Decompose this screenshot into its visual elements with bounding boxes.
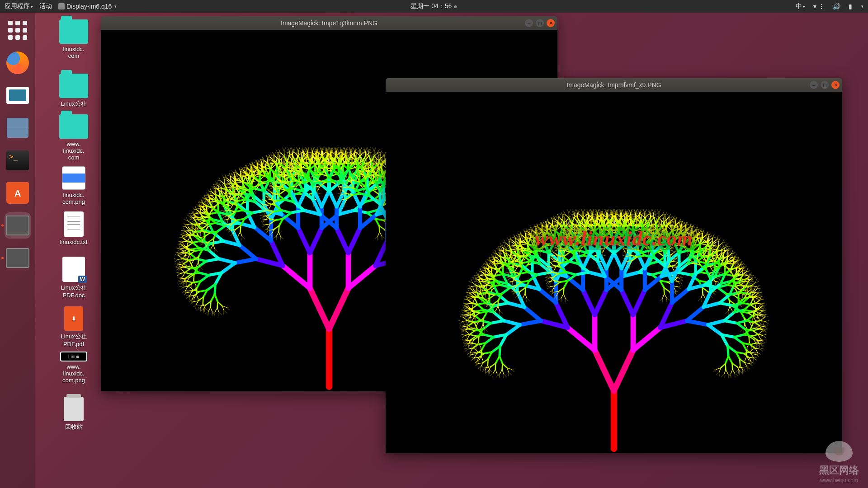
svg-line-4441 <box>472 282 476 286</box>
show-applications-button[interactable] <box>5 17 31 43</box>
svg-line-19 <box>219 312 219 316</box>
software-center-launcher[interactable] <box>5 180 31 206</box>
desktop-icon-folder-1[interactable]: Linux公社 <box>49 74 99 108</box>
svg-line-4115 <box>500 370 502 374</box>
svg-line-7471 <box>703 235 706 239</box>
svg-line-34 <box>201 309 204 311</box>
svg-line-1061 <box>243 210 253 213</box>
desktop[interactable]: ImageMagick: tmpe1q3knnm.PNG – ◻ ✕ Image… <box>35 13 868 488</box>
svg-line-8157 <box>738 370 739 373</box>
svg-line-5463 <box>564 211 566 215</box>
svg-line-8000 <box>724 321 737 323</box>
svg-line-4369 <box>473 326 476 328</box>
svg-line-1339 <box>274 152 276 156</box>
svg-line-4097 <box>567 328 594 350</box>
svg-line-8107 <box>760 348 764 349</box>
svg-line-4714 <box>489 257 493 258</box>
close-button[interactable]: ✕ <box>831 81 840 89</box>
files-launcher[interactable] <box>5 115 31 141</box>
svg-line-173 <box>175 264 179 265</box>
svg-line-2074 <box>265 228 268 230</box>
svg-line-29 <box>208 312 208 315</box>
minimize-button[interactable]: – <box>525 19 533 27</box>
battery-icon[interactable]: ▮ <box>849 3 852 10</box>
svg-line-4522 <box>484 264 487 265</box>
desktop-icon-linuxbadge-7[interactable]: Linuxwww. linuxidc. com.png <box>49 352 99 384</box>
svg-line-6108 <box>679 278 683 281</box>
svg-line-11 <box>227 307 231 307</box>
svg-line-4442 <box>469 282 472 282</box>
desktop-icon-png-linuxco-3[interactable]: linuxidc. com.png <box>49 166 99 205</box>
svg-line-2046 <box>377 236 378 240</box>
clock[interactable]: 星期一 04：56● <box>410 2 458 10</box>
svg-line-6142 <box>660 298 662 301</box>
svg-line-332 <box>183 236 186 239</box>
desktop-icon-doc-5[interactable]: Linux公社 PDF.doc <box>49 257 99 299</box>
svg-line-2766 <box>382 152 384 156</box>
desktop-icon-trash-8[interactable]: 回收站 <box>49 397 99 431</box>
desktop-icon-pdf-6[interactable]: ⬇Linux公社 PDF.pdf <box>49 306 99 347</box>
imagemagick-window-2[interactable]: ImageMagick: tmpmfvmf_x9.PNG – ◻ ✕ www.l… <box>386 78 842 453</box>
image-viewer-launcher-1[interactable] <box>5 212 31 239</box>
maximize-button[interactable]: ◻ <box>821 81 829 89</box>
terminal-launcher[interactable]: >_ <box>5 147 31 174</box>
svg-line-5152 <box>507 281 511 282</box>
svg-line-8172 <box>731 369 732 374</box>
svg-line-2050 <box>337 228 349 253</box>
desktop-icon-folder-0[interactable]: linuxidc. com <box>49 19 99 59</box>
svg-line-5631 <box>625 252 626 256</box>
network-icon[interactable]: ▾ ⋮ <box>813 3 825 10</box>
svg-line-4763 <box>495 250 497 254</box>
svg-line-4145 <box>478 367 481 369</box>
svg-line-5478 <box>570 214 574 215</box>
volume-icon[interactable]: 🔊 <box>833 3 840 10</box>
svg-line-7131 <box>718 277 722 278</box>
close-button[interactable]: ✕ <box>547 19 555 27</box>
desktop-icon-txt-4[interactable]: linuxidc.txt <box>49 211 99 245</box>
system-menu-caret[interactable]: ▾ <box>861 4 863 9</box>
svg-line-5121 <box>583 290 595 315</box>
svg-line-2144 <box>270 183 272 186</box>
icon-label: www. linuxidc. com.png <box>49 363 99 384</box>
svg-line-4255 <box>461 330 464 332</box>
image-viewer-launcher-2[interactable] <box>5 245 31 271</box>
svg-line-524 <box>211 244 213 249</box>
minimize-button[interactable]: – <box>810 81 818 89</box>
applications-menu[interactable]: 应用程序▾ <box>5 2 33 10</box>
window-titlebar[interactable]: ImageMagick: tmpe1q3knnm.PNG – ◻ ✕ <box>101 16 557 30</box>
svg-line-2183 <box>280 190 285 194</box>
svg-line-4241 <box>468 344 472 346</box>
svg-line-8158 <box>736 370 738 372</box>
svg-line-7680 <box>687 307 703 321</box>
svg-line-8179 <box>728 374 729 378</box>
input-method-indicator[interactable]: 中▾ <box>796 2 805 10</box>
trash-icon <box>64 397 84 421</box>
screenshot-launcher[interactable] <box>5 82 31 108</box>
svg-line-6178 <box>547 277 550 277</box>
maximize-button[interactable]: ◻ <box>536 19 544 27</box>
activities-button[interactable]: 活动 <box>39 2 52 10</box>
svg-line-27 <box>212 312 212 315</box>
svg-line-6763 <box>642 218 645 223</box>
svg-line-30 <box>205 312 208 314</box>
svg-line-6938 <box>661 217 663 221</box>
svg-line-4258 <box>462 325 465 326</box>
svg-line-4610 <box>539 289 556 303</box>
svg-line-5161 <box>509 282 513 284</box>
window-titlebar[interactable]: ImageMagick: tmpmfvmf_x9.PNG – ◻ ✕ <box>386 78 842 92</box>
svg-line-84 <box>184 293 187 295</box>
svg-line-6131 <box>674 291 677 292</box>
desktop-icon-folder-2[interactable]: www. linuxidc. com <box>49 114 99 161</box>
svg-line-6172 <box>547 286 550 286</box>
svg-line-7161 <box>703 294 705 298</box>
focused-app-indicator[interactable]: Display-im6.q16▾ <box>58 3 117 10</box>
svg-line-108 <box>179 279 182 281</box>
screenshot-icon <box>6 87 29 104</box>
svg-line-687 <box>217 180 221 181</box>
firefox-launcher[interactable] <box>5 50 31 76</box>
svg-line-812 <box>232 174 234 178</box>
svg-line-5163 <box>507 278 510 281</box>
svg-line-4203 <box>463 341 467 343</box>
svg-line-616 <box>204 200 207 202</box>
svg-line-198 <box>191 248 199 249</box>
